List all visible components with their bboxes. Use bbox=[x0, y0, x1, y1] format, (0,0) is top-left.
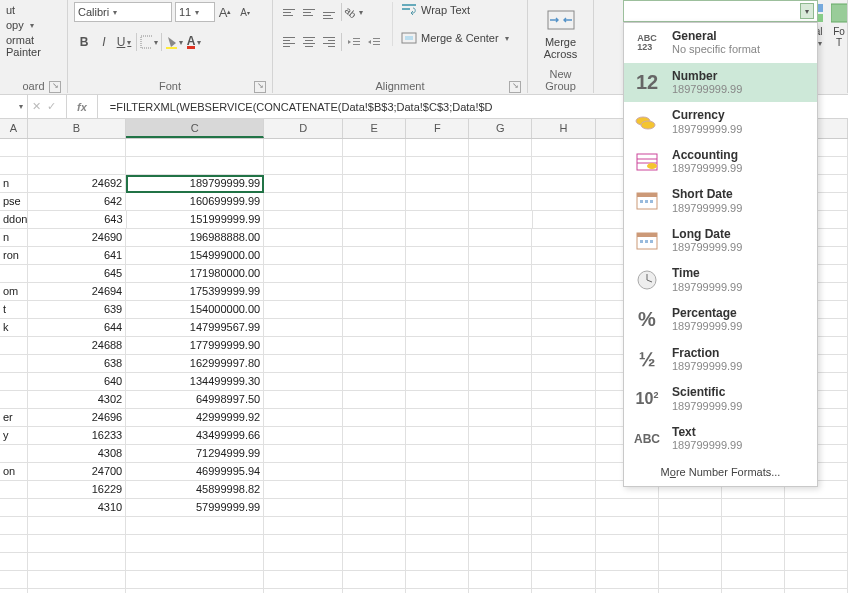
number-format-scientific[interactable]: 102Scientific189799999.99 bbox=[624, 379, 817, 419]
cell[interactable] bbox=[264, 265, 343, 283]
cell[interactable]: 24690 bbox=[28, 229, 127, 247]
align-left-icon[interactable] bbox=[279, 32, 299, 52]
cell[interactable] bbox=[406, 373, 469, 391]
cell[interactable]: 639 bbox=[28, 301, 127, 319]
cell[interactable]: 644 bbox=[28, 319, 127, 337]
decrease-font-icon[interactable]: A▾ bbox=[235, 2, 255, 22]
cell[interactable] bbox=[343, 427, 406, 445]
cell[interactable]: n bbox=[0, 175, 28, 193]
dropdown-arrow-icon[interactable]: ▾ bbox=[800, 3, 814, 19]
align-mid-icon[interactable] bbox=[299, 2, 319, 22]
wrap-text-button[interactable]: Wrap Text bbox=[401, 2, 509, 18]
cell[interactable] bbox=[659, 499, 722, 517]
number-format-fraction[interactable]: ½Fraction189799999.99 bbox=[624, 340, 817, 380]
cell[interactable] bbox=[0, 337, 28, 355]
cell[interactable] bbox=[0, 139, 28, 157]
cell[interactable] bbox=[532, 499, 595, 517]
cell[interactable]: on bbox=[0, 463, 28, 481]
cell[interactable] bbox=[126, 157, 264, 175]
cell[interactable] bbox=[532, 175, 595, 193]
cell[interactable] bbox=[0, 391, 28, 409]
cell[interactable] bbox=[406, 193, 469, 211]
name-box[interactable]: ▾ bbox=[0, 95, 28, 118]
cell[interactable] bbox=[264, 499, 343, 517]
col-C[interactable]: C bbox=[126, 119, 264, 138]
cell[interactable] bbox=[469, 157, 532, 175]
cell[interactable] bbox=[532, 337, 595, 355]
btn-copy[interactable]: opy▾ bbox=[6, 19, 61, 31]
cell[interactable] bbox=[469, 283, 532, 301]
cell[interactable] bbox=[469, 229, 532, 247]
cell[interactable] bbox=[264, 301, 343, 319]
align-right-icon[interactable] bbox=[319, 32, 339, 52]
cell[interactable]: 640 bbox=[28, 373, 127, 391]
cell[interactable] bbox=[532, 247, 595, 265]
cell[interactable]: 24688 bbox=[28, 337, 127, 355]
cell[interactable]: 4310 bbox=[28, 499, 127, 517]
cell[interactable] bbox=[264, 247, 343, 265]
cell[interactable] bbox=[532, 319, 595, 337]
cell[interactable]: 641 bbox=[28, 247, 127, 265]
cell[interactable] bbox=[343, 409, 406, 427]
cell[interactable]: t bbox=[0, 301, 28, 319]
col-E[interactable]: E bbox=[343, 119, 406, 138]
cell[interactable]: 24700 bbox=[28, 463, 127, 481]
cell[interactable]: om bbox=[0, 283, 28, 301]
cell[interactable] bbox=[343, 283, 406, 301]
cell[interactable] bbox=[469, 391, 532, 409]
cell[interactable] bbox=[469, 445, 532, 463]
cell[interactable] bbox=[469, 463, 532, 481]
cell[interactable] bbox=[343, 355, 406, 373]
cell[interactable]: 642 bbox=[28, 193, 127, 211]
cell[interactable] bbox=[406, 337, 469, 355]
cell[interactable]: 638 bbox=[28, 355, 127, 373]
cell[interactable] bbox=[533, 211, 596, 229]
align-center-icon[interactable] bbox=[299, 32, 319, 52]
cell[interactable] bbox=[264, 319, 343, 337]
cell[interactable]: 171980000.00 bbox=[126, 265, 264, 283]
increase-font-icon[interactable]: A▴ bbox=[215, 2, 235, 22]
cell[interactable] bbox=[406, 283, 469, 301]
cell[interactable] bbox=[0, 157, 28, 175]
cell[interactable] bbox=[0, 355, 28, 373]
font-name-combo[interactable]: Calibri▾ bbox=[74, 2, 172, 22]
merge-center-button[interactable]: Merge & Center▾ bbox=[401, 30, 509, 46]
cell[interactable]: er bbox=[0, 409, 28, 427]
cell[interactable] bbox=[532, 193, 595, 211]
enter-formula-icon[interactable]: ✓ bbox=[47, 100, 56, 113]
cell[interactable]: pse bbox=[0, 193, 28, 211]
cell[interactable]: 57999999.99 bbox=[126, 499, 264, 517]
cell[interactable]: 46999995.94 bbox=[126, 463, 264, 481]
cell[interactable] bbox=[343, 391, 406, 409]
cell[interactable] bbox=[532, 157, 595, 175]
cell[interactable]: n bbox=[0, 229, 28, 247]
cell[interactable] bbox=[0, 265, 28, 283]
cell[interactable] bbox=[469, 409, 532, 427]
cell[interactable]: 42999999.92 bbox=[126, 409, 264, 427]
col-A[interactable]: A bbox=[0, 119, 28, 138]
cell[interactable] bbox=[28, 157, 127, 175]
number-format-currency[interactable]: Currency189799999.99 bbox=[624, 102, 817, 142]
cell[interactable] bbox=[469, 337, 532, 355]
cell[interactable] bbox=[343, 463, 406, 481]
italic-button[interactable]: I bbox=[94, 32, 114, 52]
format-table-button[interactable]: Fo T bbox=[831, 2, 847, 48]
cell[interactable] bbox=[264, 373, 343, 391]
cell[interactable]: 71294999.99 bbox=[126, 445, 264, 463]
cell[interactable]: 43499999.66 bbox=[126, 427, 264, 445]
cell[interactable] bbox=[469, 499, 532, 517]
cell[interactable] bbox=[343, 229, 406, 247]
btn-format-painter[interactable]: ormat Painter bbox=[6, 34, 61, 58]
cancel-formula-icon[interactable]: ✕ bbox=[32, 100, 41, 113]
cell[interactable] bbox=[406, 355, 469, 373]
cell[interactable]: 196988888.00 bbox=[126, 229, 264, 247]
cell[interactable] bbox=[406, 247, 469, 265]
cell[interactable]: ron bbox=[0, 247, 28, 265]
col-H[interactable]: H bbox=[532, 119, 595, 138]
number-format-accounting[interactable]: Accounting189799999.99 bbox=[624, 142, 817, 182]
cell[interactable] bbox=[532, 301, 595, 319]
cell[interactable] bbox=[264, 427, 343, 445]
col-G[interactable]: G bbox=[469, 119, 532, 138]
cell[interactable]: 160699999.99 bbox=[126, 193, 264, 211]
cell[interactable] bbox=[264, 481, 343, 499]
